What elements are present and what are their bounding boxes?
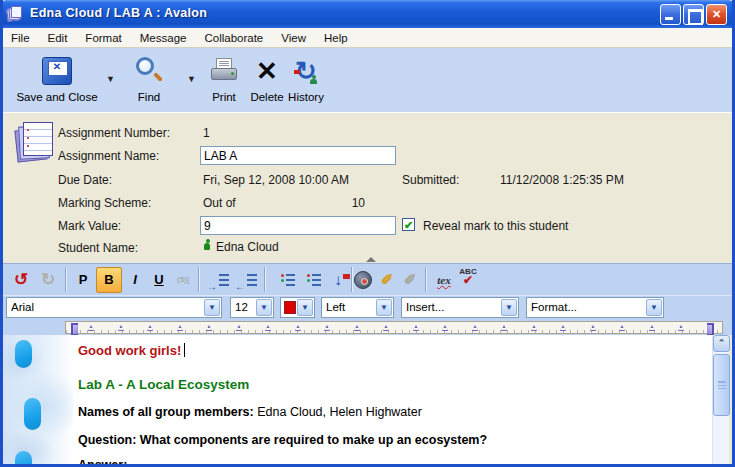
font-size-value: 12 xyxy=(235,301,248,313)
italic-button[interactable]: I xyxy=(122,267,148,293)
menu-format[interactable]: Format xyxy=(76,28,130,48)
print-button[interactable]: Print xyxy=(203,52,245,103)
marking-scheme-value: 10 xyxy=(333,196,365,210)
decoration-capsule xyxy=(15,340,32,368)
menu-edit[interactable]: Edit xyxy=(39,28,77,48)
ruler-tab-marker-icon[interactable] xyxy=(383,325,389,331)
ruler-tab-marker-icon[interactable] xyxy=(265,325,271,331)
ruler-tab-marker-icon[interactable] xyxy=(472,325,478,331)
marking-scheme-label: Marking Scheme: xyxy=(58,196,151,210)
ruler-tab-marker-icon[interactable] xyxy=(354,325,360,331)
save-dropdown-arrow-icon[interactable]: ▼ xyxy=(106,74,115,84)
paragraph-style-button[interactable] xyxy=(301,267,327,293)
scroll-up-button[interactable]: ⌃ xyxy=(713,335,730,352)
find-dropdown-arrow-icon[interactable]: ▼ xyxy=(187,74,196,84)
student-name-value[interactable]: Edna Cloud xyxy=(216,240,279,254)
ruler-tab-marker-icon[interactable] xyxy=(206,325,212,331)
minimize-button[interactable] xyxy=(660,4,681,25)
underline-button[interactable]: U xyxy=(146,267,172,293)
menu-help[interactable]: Help xyxy=(315,28,357,48)
indent-decrease-icon xyxy=(243,274,257,286)
bold-button[interactable]: B xyxy=(96,267,122,293)
save-and-close-button[interactable]: Save and Close xyxy=(9,52,105,103)
format-select[interactable]: Format... ▼ xyxy=(526,297,664,318)
ruler-tab-marker-icon[interactable] xyxy=(324,325,330,331)
reveal-mark-label: Reveal mark to this student xyxy=(423,219,568,233)
scrollbar-grip-icon xyxy=(718,381,726,389)
delete-x-icon: ✕ xyxy=(256,58,278,84)
spellcheck-button[interactable]: ABC✔ xyxy=(455,267,481,293)
menu-file[interactable]: File xyxy=(3,28,39,48)
font-color-select[interactable]: ▼ xyxy=(280,297,315,318)
menu-view[interactable]: View xyxy=(272,28,315,48)
app-window: Edna Cloud / LAB A : Avalon ✕ File Edit … xyxy=(0,0,735,467)
menu-collaborate[interactable]: Collaborate xyxy=(195,28,272,48)
spellcheck-as-you-type-button[interactable]: tex xyxy=(431,267,457,293)
paragraph-list-icon xyxy=(307,274,321,286)
find-button[interactable]: Find xyxy=(125,52,173,103)
format-painter-disabled-button[interactable]: ✐ xyxy=(397,267,423,293)
ruler-tab-marker-icon[interactable] xyxy=(501,325,507,331)
assignment-name-label: Assignment Name: xyxy=(58,149,159,163)
text-cursor xyxy=(184,343,185,357)
save-icon xyxy=(42,57,72,85)
menu-message[interactable]: Message xyxy=(131,28,196,48)
decoration-capsule xyxy=(24,398,41,430)
ruler-tab-marker-icon[interactable] xyxy=(678,325,684,331)
indent-increase-icon xyxy=(215,274,229,286)
assignment-name-input[interactable] xyxy=(200,146,396,165)
undo-button[interactable]: ↺ xyxy=(8,267,34,293)
vertical-scrollbar[interactable]: ⌃ xyxy=(712,335,729,464)
ruler-tab-marker-icon[interactable] xyxy=(413,325,419,331)
indent-decrease-button[interactable]: ← xyxy=(234,267,260,293)
reveal-mark-checkbox[interactable]: ✔ xyxy=(402,218,415,231)
delete-button[interactable]: ✕ Delete xyxy=(246,52,288,103)
scrollbar-thumb[interactable] xyxy=(713,354,730,416)
ruler-tab-marker-icon[interactable] xyxy=(619,325,625,331)
redo-button[interactable]: ↺ xyxy=(35,267,61,293)
quote-style-button[interactable] xyxy=(275,267,301,293)
ruler[interactable] xyxy=(65,321,723,334)
panel-collapse-handle-icon[interactable] xyxy=(366,257,376,262)
ruler-tab-marker-icon[interactable] xyxy=(442,325,448,331)
ruler-tab-marker-icon[interactable] xyxy=(590,325,596,331)
font-family-select[interactable]: Arial ▼ xyxy=(6,297,222,318)
alignment-value: Left xyxy=(326,301,345,313)
mark-value-input[interactable] xyxy=(200,216,396,235)
insert-value: Insert... xyxy=(406,301,444,313)
close-button[interactable]: ✕ xyxy=(706,4,727,25)
insert-down-button[interactable]: ↓ xyxy=(325,267,351,293)
maximize-button[interactable] xyxy=(683,4,704,25)
document-editor[interactable]: Good work girls! Lab A - A Local Ecosyst… xyxy=(3,335,712,464)
plain-style-button[interactable]: P xyxy=(70,267,96,293)
ruler-tab-marker-icon[interactable] xyxy=(560,325,566,331)
history-button[interactable]: ↻ History xyxy=(283,52,329,103)
fixed-size-button[interactable]: (5)] xyxy=(170,267,196,293)
ruler-tab-marker-icon[interactable] xyxy=(649,325,655,331)
history-icon: ↻ xyxy=(291,56,321,86)
spellcheck-type-icon: tex xyxy=(437,274,450,286)
link-button[interactable] xyxy=(350,267,376,293)
find-label: Find xyxy=(125,91,173,103)
alignment-select[interactable]: Left ▼ xyxy=(321,297,394,318)
title-bar[interactable]: Edna Cloud / LAB A : Avalon ✕ xyxy=(0,0,735,28)
teacher-comment: Good work girls! xyxy=(78,343,185,358)
eyedropper-icon: ✐ xyxy=(381,271,394,288)
ruler-tab-marker-icon[interactable] xyxy=(118,325,124,331)
ruler-tab-marker-icon[interactable] xyxy=(147,325,153,331)
ruler-tab-marker-icon[interactable] xyxy=(177,325,183,331)
insert-select[interactable]: Insert... ▼ xyxy=(401,297,519,318)
font-size-select[interactable]: 12 ▼ xyxy=(230,297,274,318)
save-and-close-label: Save and Close xyxy=(9,91,105,103)
chevron-down-icon: ▼ xyxy=(501,299,517,316)
redo-icon: ↺ xyxy=(41,267,55,293)
indent-increase-button[interactable]: → xyxy=(206,267,232,293)
menu-bar: File Edit Format Message Collaborate Vie… xyxy=(3,28,732,48)
student-name-label: Student Name: xyxy=(58,241,138,255)
chevron-down-icon: ▼ xyxy=(646,299,662,316)
ruler-tab-marker-icon[interactable] xyxy=(531,325,537,331)
ruler-tab-marker-icon[interactable] xyxy=(236,325,242,331)
ruler-tab-marker-icon[interactable] xyxy=(88,325,94,331)
ruler-tab-marker-icon[interactable] xyxy=(295,325,301,331)
chevron-down-icon: ▼ xyxy=(376,299,392,316)
